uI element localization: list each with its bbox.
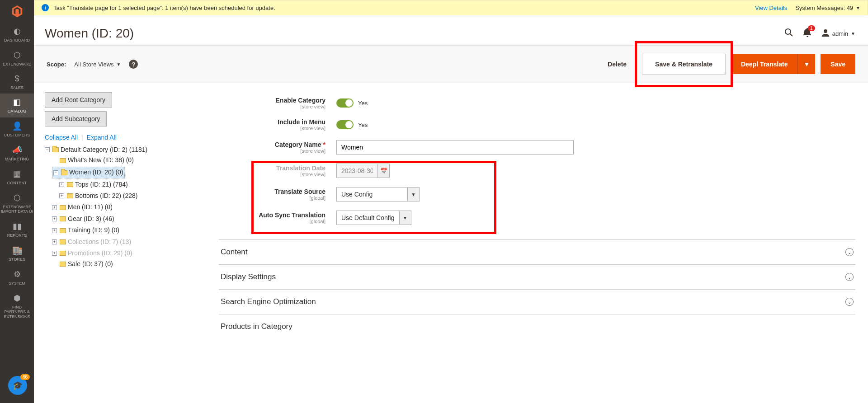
sidebar-item-marketing[interactable]: 📣MARKETING: [0, 141, 34, 165]
chevron-down-icon: ⌄: [845, 273, 854, 281]
calendar-icon[interactable]: 📅: [378, 164, 390, 178]
expand-icon[interactable]: +: [52, 239, 57, 244]
sidebar-item-partners[interactable]: ⬢FIND PARTNERS & EXTENSIONS: [0, 290, 34, 323]
caret-down-icon: ▼: [117, 62, 121, 67]
dashboard-icon: ◐: [0, 26, 34, 36]
tree-node-bottoms[interactable]: +Bottoms (ID: 22) (228): [59, 191, 138, 202]
tree-controls: Collapse All | Expand All: [45, 134, 205, 141]
tree-node-collections[interactable]: +Collections (ID: 7) (13): [52, 237, 131, 248]
user-icon: [821, 28, 830, 39]
sidebar-item-sales[interactable]: $SALES: [0, 70, 34, 94]
sidebar-item-dashboard[interactable]: ◐DASHBOARD: [0, 23, 34, 47]
folder-icon: [60, 262, 66, 267]
customers-icon: 👤: [0, 121, 34, 131]
tree-node-training[interactable]: +Training (ID: 9) (0): [52, 225, 119, 236]
sidebar-item-content[interactable]: ▦CONTENT: [0, 165, 34, 189]
sidebar-item-extendware-import[interactable]: ⬡EXTENDWARE IMPORT DATA UI: [0, 189, 34, 218]
category-name-input[interactable]: [336, 140, 574, 155]
expand-icon[interactable]: +: [59, 193, 64, 198]
enable-category-toggle[interactable]: [336, 98, 354, 108]
tree-node-sale[interactable]: Sale (ID: 37) (0): [52, 259, 113, 270]
folder-icon: [60, 158, 66, 163]
expand-icon[interactable]: +: [52, 228, 57, 233]
search-icon[interactable]: [784, 28, 793, 39]
collapse-icon[interactable]: −: [45, 147, 50, 152]
catalog-icon: ◧: [0, 97, 34, 107]
system-messages-dropdown[interactable]: System Messages: 49 ▼: [795, 5, 860, 11]
expand-all-link[interactable]: Expand All: [87, 134, 117, 141]
sidebar-item-reports[interactable]: ▮▮REPORTS: [0, 218, 34, 242]
svg-point-2: [824, 29, 827, 33]
marketing-icon: 📣: [0, 145, 34, 155]
sidebar-item-system[interactable]: ⚙SYSTEM: [0, 266, 34, 290]
chevron-down-icon[interactable]: ▼: [408, 187, 420, 202]
field-translate-source: Translate Source[global] Use Config ▼: [219, 183, 855, 206]
page-title: Women (ID: 20): [45, 26, 134, 41]
tree-node-gear[interactable]: +Gear (ID: 3) (46): [52, 214, 114, 225]
svg-line-1: [790, 34, 793, 36]
system-icon: ⚙: [0, 269, 34, 279]
tree-node-tops[interactable]: +Tops (ID: 21) (784): [59, 179, 128, 190]
reports-icon: ▮▮: [0, 221, 34, 231]
folder-icon: [67, 193, 73, 198]
system-message-text: Task "Translate page for 1 selected page…: [53, 5, 755, 11]
deepl-translate-button[interactable]: Deepl Translate: [731, 54, 798, 74]
action-bar: Scope: All Store Views ▼ ? Delete Save &…: [34, 45, 868, 83]
sidebar-item-catalog[interactable]: ◧CATALOG: [0, 94, 34, 117]
auto-sync-select[interactable]: Use Default Config: [336, 211, 400, 225]
tree-node-men[interactable]: +Men (ID: 11) (0): [52, 202, 113, 213]
admin-account-dropdown[interactable]: admin ▼: [821, 28, 855, 39]
accordion-content[interactable]: Content ⌄: [219, 240, 855, 265]
translate-source-select[interactable]: Use Config: [336, 187, 408, 202]
translation-date-input[interactable]: [336, 164, 378, 178]
notifications-icon[interactable]: 1: [803, 28, 811, 39]
collapse-all-link[interactable]: Collapse All: [45, 134, 78, 141]
save-retranslate-button[interactable]: Save & Retranslate: [642, 54, 726, 75]
partners-icon: ⬢: [0, 293, 34, 303]
tree-node-whats-new[interactable]: What's New (ID: 38) (0): [52, 155, 134, 166]
sales-icon: $: [0, 74, 34, 84]
scope-label: Scope:: [47, 61, 66, 68]
collapse-icon[interactable]: −: [53, 170, 58, 175]
chevron-down-icon: ⌄: [845, 298, 854, 306]
folder-icon: [52, 147, 59, 152]
deepl-translate-dropdown[interactable]: ▼: [797, 54, 815, 74]
include-in-menu-toggle[interactable]: [336, 120, 354, 129]
sidebar-item-customers[interactable]: 👤CUSTOMERS: [0, 117, 34, 141]
add-root-category-button[interactable]: Add Root Category: [45, 92, 112, 108]
tree-node-promotions[interactable]: +Promotions (ID: 29) (0): [52, 248, 132, 259]
field-auto-sync-translation: Auto Sync Translation[global] Use Defaul…: [219, 206, 855, 230]
view-details-link[interactable]: View Details: [755, 5, 787, 11]
svg-point-0: [785, 29, 791, 34]
include-in-menu-value: Yes: [358, 122, 368, 128]
scope-selector[interactable]: All Store Views ▼: [74, 61, 121, 68]
tree-node-default-category[interactable]: − Default Category (ID: 2) (1181): [45, 145, 147, 155]
expand-icon[interactable]: +: [52, 205, 57, 210]
chevron-down-icon[interactable]: ▼: [400, 211, 411, 225]
folder-icon: [60, 216, 66, 221]
accordion-seo[interactable]: Search Engine Optimization ⌄: [219, 290, 855, 314]
folder-icon: [60, 228, 66, 233]
folder-icon: [67, 182, 73, 187]
folder-icon: [60, 251, 66, 256]
save-button[interactable]: Save: [821, 54, 855, 74]
expand-icon[interactable]: +: [52, 251, 57, 256]
accordion-display-settings[interactable]: Display Settings ⌄: [219, 265, 855, 290]
tree-node-women[interactable]: −Women (ID: 20) (0): [52, 167, 125, 178]
magento-logo[interactable]: [0, 0, 34, 23]
sidebar-item-extendware[interactable]: ⬡EXTENDWARE: [0, 47, 34, 70]
accordion-sections: Content ⌄ Display Settings ⌄ Search Engi…: [219, 239, 855, 339]
delete-button[interactable]: Delete: [598, 54, 637, 74]
add-subcategory-button[interactable]: Add Subcategory: [45, 111, 107, 127]
enable-category-value: Yes: [358, 100, 368, 107]
accordion-products-in-category[interactable]: Products in Category ⌄: [219, 314, 855, 339]
page-header: Women (ID: 20) 1 admin ▼: [34, 15, 868, 45]
caret-down-icon: ▼: [856, 5, 860, 10]
info-icon: i: [42, 4, 49, 11]
folder-icon: [60, 239, 66, 244]
field-translation-date: Translation Date[store view] 📅: [219, 159, 855, 183]
expand-icon[interactable]: +: [59, 182, 64, 187]
sidebar-item-stores[interactable]: 🏬STORES: [0, 242, 34, 266]
expand-icon[interactable]: +: [52, 216, 57, 221]
help-icon[interactable]: ?: [129, 60, 138, 69]
